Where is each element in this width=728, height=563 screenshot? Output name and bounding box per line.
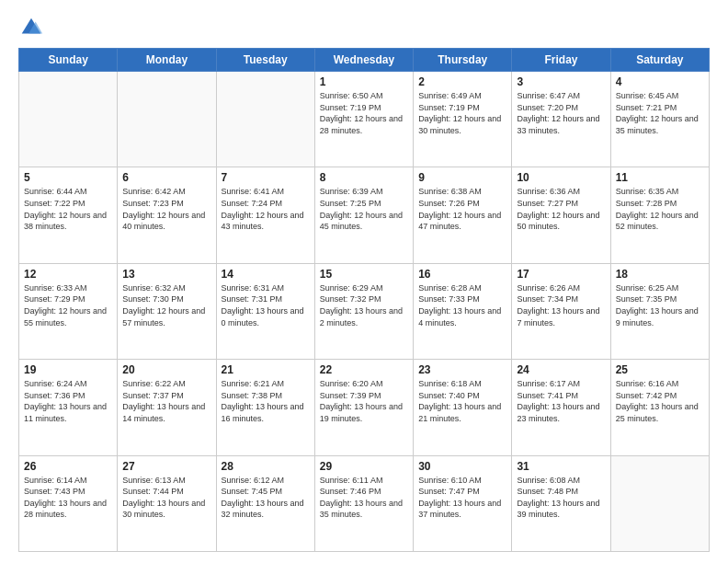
day-info: Sunrise: 6:21 AMSunset: 7:38 PMDaylight:…: [222, 378, 310, 424]
day-number: 7: [222, 171, 310, 184]
calendar-cell-3-7: 18Sunrise: 6:25 AMSunset: 7:35 PMDayligh…: [610, 263, 709, 359]
day-info: Sunrise: 6:45 AMSunset: 7:21 PMDaylight:…: [616, 90, 704, 136]
calendar-cell-5-5: 30Sunrise: 6:10 AMSunset: 7:47 PMDayligh…: [414, 455, 512, 551]
day-number: 6: [122, 171, 210, 184]
day-info: Sunrise: 6:38 AMSunset: 7:26 PMDaylight:…: [418, 186, 506, 232]
day-info: Sunrise: 6:10 AMSunset: 7:47 PMDaylight:…: [418, 475, 506, 521]
page: SundayMondayTuesdayWednesdayThursdayFrid…: [0, 0, 728, 563]
header: [18, 15, 710, 40]
calendar-cell-2-7: 11Sunrise: 6:35 AMSunset: 7:28 PMDayligh…: [610, 167, 709, 263]
calendar-cell-2-5: 9Sunrise: 6:38 AMSunset: 7:26 PMDaylight…: [414, 167, 512, 263]
day-info: Sunrise: 6:14 AMSunset: 7:43 PMDaylight:…: [24, 475, 112, 521]
day-number: 29: [320, 460, 408, 473]
day-number: 28: [222, 460, 310, 473]
day-number: 26: [24, 460, 112, 473]
day-number: 14: [222, 268, 310, 281]
day-number: 9: [418, 171, 506, 184]
calendar-cell-2-1: 5Sunrise: 6:44 AMSunset: 7:22 PMDaylight…: [19, 167, 118, 263]
calendar-cell-3-1: 12Sunrise: 6:33 AMSunset: 7:29 PMDayligh…: [19, 263, 118, 359]
day-number: 12: [24, 268, 112, 281]
day-number: 15: [320, 268, 408, 281]
calendar-cell-5-6: 31Sunrise: 6:08 AMSunset: 7:48 PMDayligh…: [512, 455, 610, 551]
day-number: 31: [517, 460, 605, 473]
day-number: 21: [222, 363, 310, 376]
calendar-cell-2-6: 10Sunrise: 6:36 AMSunset: 7:27 PMDayligh…: [512, 167, 610, 263]
calendar-cell-5-4: 29Sunrise: 6:11 AMSunset: 7:46 PMDayligh…: [314, 455, 413, 551]
day-number: 17: [517, 268, 605, 281]
day-info: Sunrise: 6:12 AMSunset: 7:45 PMDaylight:…: [222, 475, 310, 521]
calendar-cell-4-1: 19Sunrise: 6:24 AMSunset: 7:36 PMDayligh…: [19, 360, 118, 455]
day-info: Sunrise: 6:49 AMSunset: 7:19 PMDaylight:…: [418, 90, 506, 136]
calendar-cell-3-2: 13Sunrise: 6:32 AMSunset: 7:30 PMDayligh…: [118, 263, 216, 359]
day-info: Sunrise: 6:20 AMSunset: 7:39 PMDaylight:…: [320, 378, 408, 424]
day-number: 3: [517, 75, 605, 88]
calendar-table: SundayMondayTuesdayWednesdayThursdayFrid…: [18, 48, 710, 552]
day-info: Sunrise: 6:16 AMSunset: 7:42 PMDaylight:…: [616, 378, 704, 424]
weekday-header-thursday: Thursday: [414, 49, 512, 72]
day-number: 5: [24, 171, 112, 184]
day-number: 4: [616, 75, 704, 88]
weekday-header-row: SundayMondayTuesdayWednesdayThursdayFrid…: [19, 49, 710, 72]
day-info: Sunrise: 6:33 AMSunset: 7:29 PMDaylight:…: [24, 282, 112, 328]
day-number: 24: [517, 363, 605, 376]
calendar-cell-5-7: [610, 455, 709, 551]
week-row-3: 12Sunrise: 6:33 AMSunset: 7:29 PMDayligh…: [19, 263, 710, 359]
logo-icon: [18, 15, 44, 40]
week-row-1: 1Sunrise: 6:50 AMSunset: 7:19 PMDaylight…: [19, 72, 710, 167]
day-info: Sunrise: 6:39 AMSunset: 7:25 PMDaylight:…: [320, 186, 408, 232]
day-info: Sunrise: 6:32 AMSunset: 7:30 PMDaylight:…: [122, 282, 210, 328]
weekday-header-wednesday: Wednesday: [314, 49, 413, 72]
calendar-cell-3-5: 16Sunrise: 6:28 AMSunset: 7:33 PMDayligh…: [414, 263, 512, 359]
day-info: Sunrise: 6:26 AMSunset: 7:34 PMDaylight:…: [517, 282, 605, 328]
day-info: Sunrise: 6:29 AMSunset: 7:32 PMDaylight:…: [320, 282, 408, 328]
day-number: 20: [122, 363, 210, 376]
day-info: Sunrise: 6:36 AMSunset: 7:27 PMDaylight:…: [517, 186, 605, 232]
calendar-cell-1-1: [19, 72, 118, 167]
day-info: Sunrise: 6:31 AMSunset: 7:31 PMDaylight:…: [222, 282, 310, 328]
calendar-cell-2-4: 8Sunrise: 6:39 AMSunset: 7:25 PMDaylight…: [314, 167, 413, 263]
logo: [18, 15, 48, 40]
calendar-cell-4-2: 20Sunrise: 6:22 AMSunset: 7:37 PMDayligh…: [118, 360, 216, 455]
day-info: Sunrise: 6:22 AMSunset: 7:37 PMDaylight:…: [122, 378, 210, 424]
day-info: Sunrise: 6:18 AMSunset: 7:40 PMDaylight:…: [418, 378, 506, 424]
calendar-cell-4-6: 24Sunrise: 6:17 AMSunset: 7:41 PMDayligh…: [512, 360, 610, 455]
day-info: Sunrise: 6:25 AMSunset: 7:35 PMDaylight:…: [616, 282, 704, 328]
calendar-cell-4-3: 21Sunrise: 6:21 AMSunset: 7:38 PMDayligh…: [216, 360, 314, 455]
day-info: Sunrise: 6:17 AMSunset: 7:41 PMDaylight:…: [517, 378, 605, 424]
calendar-cell-1-4: 1Sunrise: 6:50 AMSunset: 7:19 PMDaylight…: [314, 72, 413, 167]
calendar-cell-2-2: 6Sunrise: 6:42 AMSunset: 7:23 PMDaylight…: [118, 167, 216, 263]
day-info: Sunrise: 6:24 AMSunset: 7:36 PMDaylight:…: [24, 378, 112, 424]
day-number: 18: [616, 268, 704, 281]
calendar-cell-3-4: 15Sunrise: 6:29 AMSunset: 7:32 PMDayligh…: [314, 263, 413, 359]
calendar-cell-1-6: 3Sunrise: 6:47 AMSunset: 7:20 PMDaylight…: [512, 72, 610, 167]
day-number: 10: [517, 171, 605, 184]
day-number: 30: [418, 460, 506, 473]
weekday-header-sunday: Sunday: [19, 49, 118, 72]
day-info: Sunrise: 6:28 AMSunset: 7:33 PMDaylight:…: [418, 282, 506, 328]
day-info: Sunrise: 6:44 AMSunset: 7:22 PMDaylight:…: [24, 186, 112, 232]
day-number: 13: [122, 268, 210, 281]
calendar-cell-1-7: 4Sunrise: 6:45 AMSunset: 7:21 PMDaylight…: [610, 72, 709, 167]
calendar-cell-1-2: [118, 72, 216, 167]
calendar-cell-5-2: 27Sunrise: 6:13 AMSunset: 7:44 PMDayligh…: [118, 455, 216, 551]
calendar-cell-4-5: 23Sunrise: 6:18 AMSunset: 7:40 PMDayligh…: [414, 360, 512, 455]
calendar-cell-2-3: 7Sunrise: 6:41 AMSunset: 7:24 PMDaylight…: [216, 167, 314, 263]
day-number: 27: [122, 460, 210, 473]
day-number: 16: [418, 268, 506, 281]
day-number: 2: [418, 75, 506, 88]
week-row-2: 5Sunrise: 6:44 AMSunset: 7:22 PMDaylight…: [19, 167, 710, 263]
day-info: Sunrise: 6:50 AMSunset: 7:19 PMDaylight:…: [320, 90, 408, 136]
weekday-header-monday: Monday: [118, 49, 216, 72]
calendar-cell-5-3: 28Sunrise: 6:12 AMSunset: 7:45 PMDayligh…: [216, 455, 314, 551]
calendar-cell-4-7: 25Sunrise: 6:16 AMSunset: 7:42 PMDayligh…: [610, 360, 709, 455]
calendar-cell-5-1: 26Sunrise: 6:14 AMSunset: 7:43 PMDayligh…: [19, 455, 118, 551]
day-number: 1: [320, 75, 408, 88]
day-info: Sunrise: 6:47 AMSunset: 7:20 PMDaylight:…: [517, 90, 605, 136]
calendar-cell-1-3: [216, 72, 314, 167]
weekday-header-friday: Friday: [512, 49, 610, 72]
day-number: 25: [616, 363, 704, 376]
day-number: 23: [418, 363, 506, 376]
calendar-cell-1-5: 2Sunrise: 6:49 AMSunset: 7:19 PMDaylight…: [414, 72, 512, 167]
day-info: Sunrise: 6:13 AMSunset: 7:44 PMDaylight:…: [122, 475, 210, 521]
day-number: 22: [320, 363, 408, 376]
